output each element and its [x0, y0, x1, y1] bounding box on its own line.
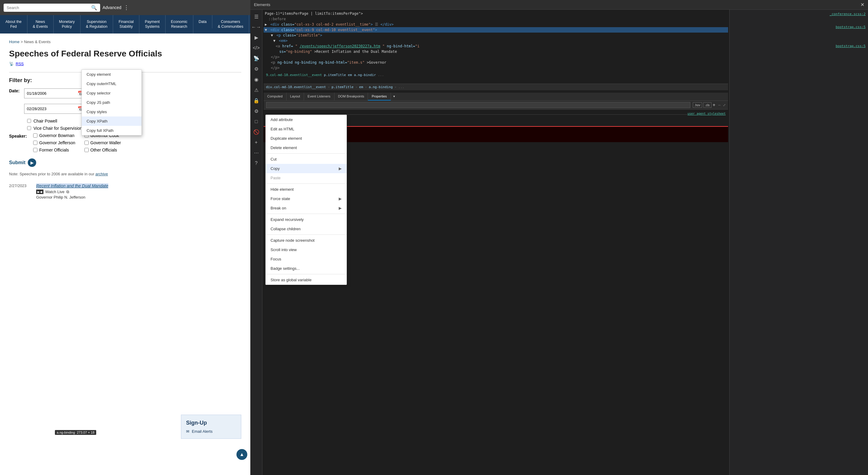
- tab-event-listeners[interactable]: Event Listeners: [304, 93, 335, 100]
- source-link-bootstrap1[interactable]: bootstrap.css:5: [732, 25, 866, 29]
- submit-arrow-button[interactable]: ▶: [28, 158, 36, 167]
- menu-edit-html[interactable]: Edit as HTML: [266, 124, 346, 134]
- bc-item-em[interactable]: em: [359, 85, 363, 89]
- checkbox-waller-input[interactable]: [85, 141, 89, 145]
- devtools-security-icon[interactable]: 🔒: [251, 96, 261, 105]
- styles-tab-dropdown[interactable]: ▾: [391, 93, 398, 100]
- menu-force-state[interactable]: Force state ▶: [266, 194, 346, 203]
- signup-email[interactable]: ✉ Email Alerts: [186, 429, 236, 434]
- watch-live-label[interactable]: Watch Live: [45, 189, 65, 194]
- date-to-input[interactable]: [27, 107, 78, 111]
- menu-badge[interactable]: Badge settings...: [266, 264, 346, 273]
- nav-item-financial[interactable]: FinancialStability: [113, 15, 140, 33]
- submit-label[interactable]: Submit: [9, 160, 25, 166]
- checkbox-bowman-input[interactable]: [33, 133, 37, 138]
- more-menu-button[interactable]: ⋮: [124, 4, 129, 11]
- date-from-input[interactable]: [27, 91, 78, 96]
- advanced-button[interactable]: Advanced: [102, 5, 121, 10]
- menu-duplicate[interactable]: Duplicate element: [266, 134, 346, 143]
- checkbox-barr-input[interactable]: [27, 126, 31, 130]
- tab-computed[interactable]: Computed: [264, 93, 286, 100]
- nav-item-data[interactable]: Data: [193, 15, 212, 33]
- menu-expand[interactable]: Expand recursively: [266, 215, 346, 224]
- nav-item-supervision[interactable]: Supervision& Regulation: [81, 15, 114, 33]
- submenu-copy-styles[interactable]: Copy styles: [82, 107, 142, 117]
- devtools-close-button[interactable]: ✕: [861, 2, 864, 7]
- submenu-copy-element[interactable]: Copy element: [82, 70, 142, 79]
- checkbox-bowman-label[interactable]: Governor Bowman: [39, 133, 74, 138]
- menu-break-on[interactable]: Break on ▶: [266, 203, 346, 213]
- submenu-copy-js-path[interactable]: Copy JS path: [82, 98, 142, 107]
- devtools-sources-icon[interactable]: </>: [251, 43, 261, 53]
- source-link-bootstrap2[interactable]: bootstrap.css:5: [732, 44, 866, 48]
- style-source-useragent[interactable]: user agent stylesheet: [688, 112, 726, 115]
- submenu-copy-selector[interactable]: Copy selector: [82, 88, 142, 98]
- nav-item-news[interactable]: News& Events: [27, 15, 54, 33]
- devtools-add-icon[interactable]: +: [253, 138, 259, 147]
- menu-copy[interactable]: Copy ▶: [266, 164, 346, 173]
- breadcrumb-home[interactable]: Home: [9, 39, 20, 44]
- nav-item-economic[interactable]: EconomicResearch: [165, 15, 193, 33]
- source-link-conference[interactable]: _conference.scss:2: [732, 12, 866, 16]
- tab-dom-breakpoints[interactable]: DOM Breakpoints: [335, 93, 368, 100]
- archive-link[interactable]: archive: [95, 172, 108, 176]
- date-to-input-wrap[interactable]: 📅: [24, 104, 85, 114]
- devtools-performance-icon[interactable]: ⚙: [252, 64, 260, 73]
- devtools-application-icon[interactable]: ⚠: [252, 85, 260, 95]
- checkbox-other-input[interactable]: [85, 148, 89, 152]
- checkbox-other-label[interactable]: Other Officials: [91, 148, 117, 152]
- devtools-elements-icon[interactable]: ☰: [252, 12, 260, 22]
- bc-item-div[interactable]: div.col-md-10.eventlist__event: [266, 85, 326, 89]
- devtools-bottom-icon[interactable]: ⋯: [252, 148, 260, 157]
- menu-scroll[interactable]: Scroll into view: [266, 245, 346, 255]
- checkbox-powell-label[interactable]: Chair Powell: [33, 119, 57, 123]
- search-bar[interactable]: 🔍: [4, 4, 100, 12]
- menu-focus[interactable]: Focus: [266, 255, 346, 264]
- menu-hide[interactable]: Hide element: [266, 185, 346, 194]
- devtools-help-icon[interactable]: ?: [253, 159, 259, 168]
- checkbox-powell-input[interactable]: [27, 119, 31, 123]
- menu-capture[interactable]: Capture node screenshot: [266, 236, 346, 245]
- devtools-inspector-icon[interactable]: ←→: [250, 23, 263, 32]
- checkbox-jefferson-input[interactable]: [33, 141, 37, 145]
- devtools-settings-icon[interactable]: ⚙: [252, 107, 260, 116]
- nav-item-about[interactable]: About theFed: [0, 15, 27, 33]
- devtools-block-icon[interactable]: 🚫: [251, 127, 261, 137]
- nav-item-monetary[interactable]: MonetaryPolicy: [54, 15, 81, 33]
- menu-cut[interactable]: Cut: [266, 154, 346, 164]
- rss-link[interactable]: 📡 RSS: [9, 62, 241, 66]
- tab-properties[interactable]: Properties: [368, 93, 391, 100]
- menu-global-variable[interactable]: Store as global variable: [266, 275, 346, 285]
- bc-item-p[interactable]: p.itemTitle: [332, 85, 353, 89]
- checkbox-former-input[interactable]: [33, 148, 37, 152]
- add-rule-button[interactable]: +: [713, 102, 715, 108]
- menu-add-attribute[interactable]: Add attribute: [266, 115, 346, 124]
- search-input[interactable]: [7, 5, 91, 10]
- devtools-console-icon[interactable]: ▶: [253, 33, 260, 42]
- devtools-network-icon[interactable]: 📡: [251, 54, 261, 63]
- watch-live[interactable]: ▶◀ Watch Live ⧉: [36, 189, 241, 194]
- date-to-row: 📅: [24, 104, 91, 114]
- checkbox-jefferson-label[interactable]: Governor Jefferson: [39, 140, 75, 145]
- scroll-to-top-button[interactable]: ▲: [237, 449, 247, 460]
- hov-button[interactable]: .hov: [693, 102, 702, 108]
- checkbox-former-label[interactable]: Former Officials: [39, 148, 69, 152]
- submenu-copy-full-xpath[interactable]: Copy full XPath: [82, 126, 142, 135]
- devtools-memory-icon[interactable]: ◉: [252, 75, 260, 84]
- tab-layout[interactable]: Layout: [286, 93, 304, 100]
- checkbox-waller-label[interactable]: Governor Waller: [91, 140, 121, 145]
- menu-paste[interactable]: Paste: [266, 173, 346, 183]
- nav-item-consumers[interactable]: Consumers& Communities: [212, 15, 249, 33]
- date-from-input-wrap[interactable]: 📅: [24, 88, 85, 98]
- devtools-more-icon[interactable]: □: [253, 117, 260, 126]
- cls-button[interactable]: .cls: [703, 102, 711, 108]
- submenu-copy-xpath[interactable]: Copy XPath: [82, 117, 142, 126]
- styles-filter-input[interactable]: [266, 102, 690, 108]
- speech-title-link[interactable]: Recent Inflation and the Dual Mandate: [36, 183, 108, 188]
- nav-item-payment[interactable]: PaymentSystems: [140, 15, 165, 33]
- menu-collapse[interactable]: Collapse children: [266, 224, 346, 234]
- submenu-copy-outerhtml[interactable]: Copy outerHTML: [82, 79, 142, 88]
- bc-item-a[interactable]: a.ng-binding: [369, 85, 393, 89]
- menu-delete[interactable]: Delete element: [266, 143, 346, 152]
- rss-label[interactable]: RSS: [16, 62, 24, 66]
